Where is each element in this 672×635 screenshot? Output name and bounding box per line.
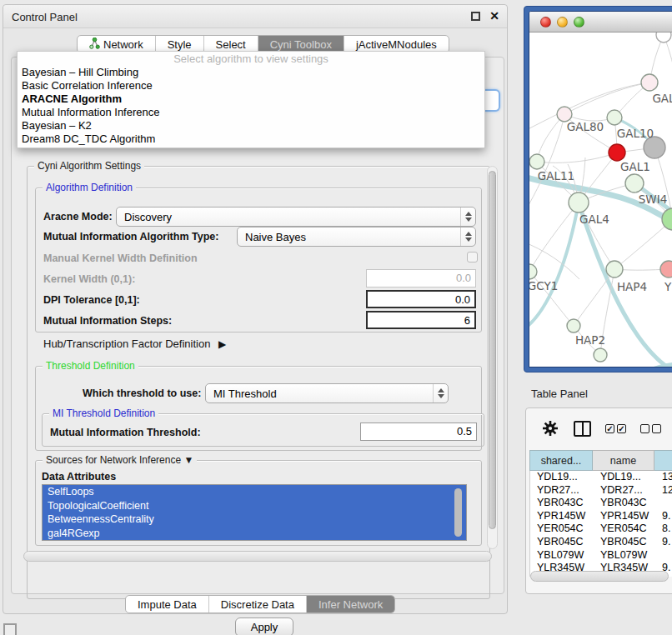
attribute-item-topologicalcoefficient[interactable]: TopologicalCoefficient	[43, 499, 466, 513]
network-node-hap4[interactable]	[606, 261, 623, 278]
network-graph[interactable]: GALGAL80GAL10GAL1GAL11SWI4GAL4GCY1HAP4YH…	[529, 32, 672, 368]
node-label-gal11: GAL11	[538, 169, 574, 182]
manual-kernel-checkbox[interactable]	[467, 252, 478, 262]
aracne-mode-combo[interactable]: Discovery	[116, 207, 476, 227]
split-columns-icon[interactable]	[574, 421, 591, 437]
tab-discretize-data[interactable]: Discretize Data	[209, 596, 307, 612]
network-node-y[interactable]	[660, 261, 672, 278]
column-header-1[interactable]: shared...	[529, 450, 593, 471]
network-node-gal11[interactable]	[529, 154, 544, 169]
algorithm-option-mutual-information-inference[interactable]: Mutual Information Inference	[18, 106, 484, 119]
table-cell: YER054C	[530, 522, 594, 536]
aracne-mode-label: Aracne Mode:	[43, 211, 113, 222]
control-panel-title: Control Panel	[12, 11, 78, 23]
table-row[interactable]: YBR045CYBR045C9.	[530, 536, 672, 549]
network-edge[interactable]	[564, 82, 649, 114]
network-edge[interactable]	[529, 202, 579, 331]
minimized-panel-icon[interactable]	[3, 623, 17, 635]
table-row[interactable]: YDL19...YDL19...13	[530, 471, 672, 484]
window-zoom-icon[interactable]	[574, 17, 584, 28]
table-panel-title: Table Panel	[531, 388, 588, 400]
network-edge[interactable]	[664, 35, 672, 134]
list-scrollbar-thumb[interactable]	[454, 488, 462, 537]
expand-down-icon[interactable]: ▼	[183, 454, 193, 466]
table-cell: YPR145W	[594, 510, 655, 523]
table-row[interactable]: YDR27...YDR27...12	[530, 484, 672, 498]
network-node[interactable]	[656, 32, 671, 42]
algorithm-dropdown-popup: Select algorithm to view settings Bayesi…	[17, 51, 485, 148]
algorithm-option-aracne-algorithm[interactable]: ARACNE Algorithm	[18, 92, 484, 106]
tab-select[interactable]: Select	[204, 36, 258, 52]
which-threshold-combo[interactable]: MI Threshold	[205, 383, 449, 403]
column-header-2[interactable]: name	[593, 450, 654, 471]
window-minimize-icon[interactable]	[557, 17, 568, 28]
network-node-gcy1[interactable]	[529, 264, 537, 279]
gear-icon[interactable]	[541, 419, 559, 438]
table-cell	[655, 549, 672, 562]
network-edge[interactable]	[537, 114, 564, 162]
mi-threshold-input[interactable]: 0.5	[360, 422, 477, 441]
network-node[interactable]	[662, 208, 672, 230]
combo-arrows-icon	[433, 384, 448, 402]
network-edge[interactable]	[621, 365, 672, 368]
network-window-frame[interactable]: GALGAL80GAL10GAL1GAL11SWI4GAL4GCY1HAP4YH…	[524, 6, 672, 372]
algorithm-option-basic-correlation-inference[interactable]: Basic Correlation Inference	[18, 79, 484, 92]
algorithm-option-bayesian-k2[interactable]: Bayesian – K2	[18, 119, 484, 132]
network-canvas[interactable]: GALGAL80GAL10GAL1GAL11SWI4GAL4GCY1HAP4YH…	[529, 32, 672, 367]
control-panel: Control Panel ✕ NetworkStyleSelectCyni T…	[3, 4, 508, 614]
table-row[interactable]: YPR145WYPR145W9.	[530, 510, 672, 523]
algorithm-option-bayesian-hill-climbing[interactable]: Bayesian – Hill Climbing	[18, 66, 484, 79]
table-cell: YDL19...	[594, 471, 655, 484]
network-node-gal10[interactable]	[607, 110, 622, 125]
vertical-scrollbar-thumb[interactable]	[489, 171, 496, 529]
network-node-gal1[interactable]	[609, 144, 625, 161]
column-header-3[interactable]	[654, 450, 672, 471]
attribute-item-betweennesscentrality[interactable]: BetweennessCentrality	[43, 512, 466, 527]
horizontal-scrollbar[interactable]	[23, 551, 492, 562]
select-all-checkboxes-icon[interactable]: ✓✓	[605, 424, 626, 433]
vertical-scrollbar[interactable]	[487, 166, 498, 549]
mi-threshold-label: Mutual Information Threshold:	[50, 427, 201, 438]
inference-algorithm-combo-fragment[interactable]	[485, 89, 500, 112]
hub-definition-expander[interactable]: Hub/Transcription Factor Definition ▶	[43, 338, 226, 350]
sources-title: Sources for Network Inference	[46, 454, 181, 466]
data-attributes-list[interactable]: SelfLoopsTopologicalCoefficientBetweenne…	[42, 484, 467, 541]
network-edge[interactable]	[614, 219, 672, 269]
dpi-tolerance-input[interactable]: 0.0	[366, 290, 476, 308]
deselect-all-checkboxes-icon[interactable]	[640, 424, 661, 433]
algorithm-option-dream8-dc-tdc-algorithm[interactable]: Dream8 DC_TDC Algorithm	[18, 132, 484, 146]
table-cell: YBR045C	[594, 536, 655, 549]
network-edge[interactable]	[574, 269, 614, 326]
table-row[interactable]: YBR043CYBR043C	[530, 497, 672, 510]
kernel-width-input[interactable]: 0.0	[366, 269, 476, 288]
tab-network[interactable]: Network	[78, 36, 156, 52]
network-node-hap2[interactable]	[567, 319, 580, 332]
node-label-gcy1: GCY1	[529, 279, 558, 292]
close-icon[interactable]: ✕	[489, 9, 499, 22]
table-row[interactable]: YBL079WYBL079W	[530, 549, 672, 562]
tab-cyni-toolbox[interactable]: Cyni Toolbox	[258, 36, 344, 52]
aracne-mode-value: Discovery	[117, 211, 460, 223]
tab-jactivemnodules[interactable]: jActiveMNodules	[344, 36, 449, 52]
attribute-item-gal4rgexp[interactable]: gal4RGexp	[43, 527, 466, 541]
mi-type-combo[interactable]: Naive Bayes	[237, 227, 476, 247]
network-node[interactable]	[594, 348, 607, 362]
attribute-item-selfloops[interactable]: SelfLoops	[43, 485, 466, 499]
tab-impute-data[interactable]: Impute Data	[126, 596, 209, 612]
mi-steps-input[interactable]: 6	[366, 311, 476, 329]
network-node-gal[interactable]	[641, 74, 658, 91]
table-row[interactable]: YER054CYER054C8.	[530, 522, 672, 536]
network-node-gal4[interactable]	[569, 192, 589, 212]
network-node-swi4[interactable]	[625, 174, 644, 192]
data-attributes-label: Data Attributes	[42, 471, 116, 482]
table-horizontal-scrollbar[interactable]	[530, 571, 669, 582]
network-window-titlebar[interactable]	[529, 12, 672, 32]
window-close-icon[interactable]	[540, 17, 551, 28]
table-cell: YDR27...	[594, 484, 655, 498]
tab-style[interactable]: Style	[156, 36, 204, 52]
float-icon[interactable]	[471, 12, 480, 21]
apply-button[interactable]: Apply	[235, 618, 293, 635]
tab-infer-network[interactable]: Infer Network	[307, 596, 394, 612]
cyni-algorithm-settings-title: Cyni Algorithm Settings	[34, 160, 144, 172]
network-edge[interactable]	[537, 152, 617, 162]
